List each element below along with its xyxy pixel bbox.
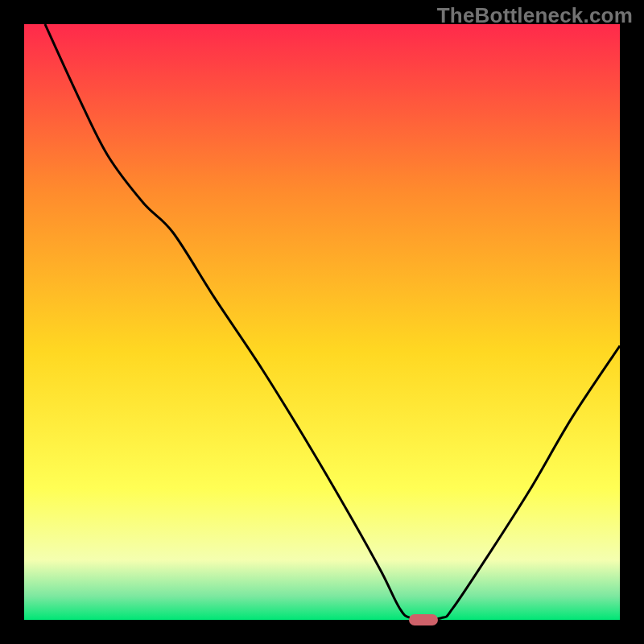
optimum-marker bbox=[409, 614, 438, 625]
chart-canvas bbox=[24, 24, 620, 620]
plot-area bbox=[24, 24, 620, 620]
gradient-background bbox=[24, 24, 620, 620]
chart-stage: TheBottleneck.com bbox=[0, 0, 644, 644]
